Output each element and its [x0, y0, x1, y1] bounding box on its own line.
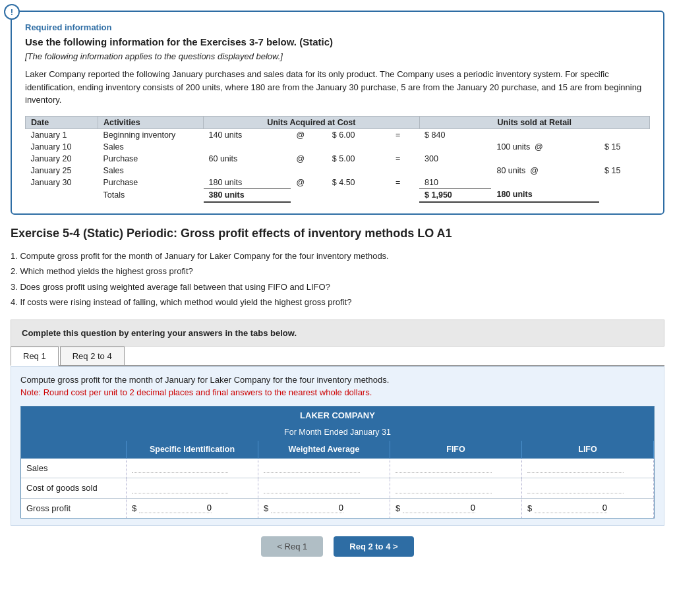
- prev-button[interactable]: < Req 1: [261, 536, 323, 557]
- tabs-container: Req 1 Req 2 to 4: [11, 347, 664, 366]
- row-label-sales: Sales: [21, 459, 127, 478]
- sales-lifo-input[interactable]: [527, 462, 624, 473]
- question-item: 2. Which method yields the highest gross…: [11, 265, 664, 278]
- question-item: 4. If costs were rising instead of falli…: [11, 296, 664, 309]
- col-header-empty: [21, 441, 127, 459]
- gp-lifo-input[interactable]: [535, 503, 607, 513]
- dollar-sign-specific: $: [132, 502, 136, 515]
- sales-specific-input[interactable]: [132, 462, 228, 473]
- table-row: January 25 Sales 80 units @ $ 15: [26, 165, 650, 177]
- sales-weighted-input[interactable]: [264, 462, 360, 473]
- info-subtitle: [The following information applies to th…: [25, 51, 650, 61]
- cogs-lifo-input[interactable]: [527, 483, 624, 493]
- col-header-specific: Specific Identification: [127, 441, 258, 459]
- table-row: January 20 Purchase 60 units @ $ 5.00 = …: [26, 153, 650, 165]
- required-label: Required information: [25, 22, 650, 32]
- question-item: 1. Compute gross profit for the month of…: [11, 250, 664, 263]
- col-header-weighted: Weighted Average: [258, 441, 390, 459]
- results-row-sales: Sales: [21, 459, 654, 479]
- results-row-gp: Gross profit $ $ $ $: [21, 499, 654, 518]
- sales-fifo-cell[interactable]: [390, 459, 522, 478]
- gp-specific-input[interactable]: [139, 503, 212, 513]
- info-icon: !: [4, 4, 20, 20]
- cogs-lifo-cell[interactable]: [522, 478, 654, 498]
- sales-fifo-input[interactable]: [396, 462, 492, 473]
- dollar-sign-weighted: $: [264, 502, 268, 515]
- nav-buttons: < Req 1 Req 2 to 4 >: [11, 536, 664, 557]
- cogs-specific-cell[interactable]: [127, 478, 258, 498]
- results-row-cogs: Cost of goods sold: [21, 478, 654, 499]
- table-row: January 30 Purchase 180 units @ $ 4.50 =…: [26, 177, 650, 189]
- col-header-lifo: LIFO: [522, 441, 654, 459]
- content-area: Compute gross profit for the month of Ja…: [11, 366, 664, 526]
- cogs-weighted-input[interactable]: [264, 483, 360, 493]
- info-body: Laker Company reported the following Jan…: [25, 68, 650, 107]
- question-list: 1. Compute gross profit for the month of…: [11, 250, 664, 309]
- question-item: 3. Does gross profit using weighted aver…: [11, 281, 664, 294]
- totals-row: Totals 380 units $ 1,950 180 units: [26, 188, 650, 202]
- table-row: January 10 Sales 100 units @ $ 15: [26, 141, 650, 153]
- cogs-weighted-cell[interactable]: [258, 478, 390, 498]
- tab-req1[interactable]: Req 1: [11, 347, 59, 366]
- cogs-specific-input[interactable]: [132, 483, 228, 493]
- sales-specific-cell[interactable]: [127, 459, 258, 478]
- results-col-headers: Specific Identification Weighted Average…: [21, 441, 654, 459]
- gp-weighted-cell[interactable]: $: [258, 499, 390, 518]
- info-title: Use the following information for the Ex…: [25, 36, 650, 47]
- company-period: For Month Ended January 31: [21, 424, 654, 441]
- sales-lifo-cell[interactable]: [522, 459, 654, 478]
- exercise-title: Exercise 5-4 (Static) Periodic: Gross pr…: [11, 227, 664, 240]
- content-description: Compute gross profit for the month of Ja…: [20, 374, 655, 387]
- results-table-wrapper: LAKER COMPANY For Month Ended January 31…: [20, 406, 655, 519]
- gp-fifo-input[interactable]: [403, 503, 475, 513]
- dollar-sign-lifo: $: [527, 502, 532, 515]
- gp-fifo-cell[interactable]: $: [390, 499, 522, 518]
- gp-specific-cell[interactable]: $: [127, 499, 258, 518]
- info-box: ! Required information Use the following…: [11, 11, 664, 215]
- cogs-fifo-input[interactable]: [396, 483, 492, 493]
- content-note: Note: Round cost per unit to 2 decimal p…: [20, 386, 655, 399]
- col-header-fifo: FIFO: [390, 441, 522, 459]
- table-row: January 1 Beginning inventory 140 units …: [26, 128, 650, 141]
- cogs-fifo-cell[interactable]: [390, 478, 522, 498]
- dollar-sign-fifo: $: [396, 502, 400, 515]
- sales-weighted-cell[interactable]: [258, 459, 390, 478]
- gp-weighted-input[interactable]: [271, 503, 343, 513]
- next-button[interactable]: Req 2 to 4 >: [334, 536, 413, 557]
- company-name: LAKER COMPANY: [21, 406, 654, 425]
- inventory-table: Date Activities Units Acquired at Cost U…: [25, 116, 650, 203]
- row-label-gp: Gross profit: [21, 499, 127, 518]
- row-label-cogs: Cost of goods sold: [21, 478, 127, 498]
- tab-req2to4[interactable]: Req 2 to 4: [60, 347, 125, 365]
- gp-lifo-cell[interactable]: $: [522, 499, 654, 518]
- complete-instruction: Complete this question by entering your …: [11, 320, 664, 347]
